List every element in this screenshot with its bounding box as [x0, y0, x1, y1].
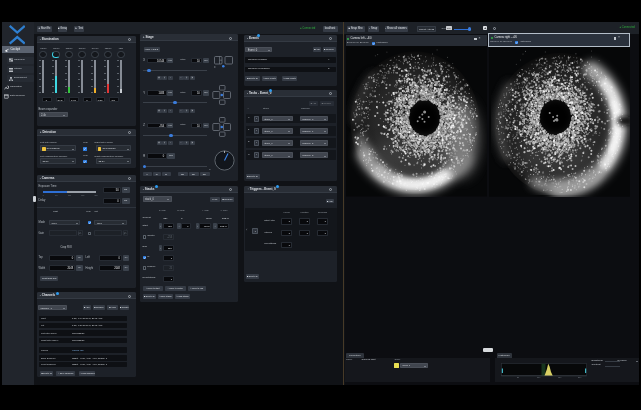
svg-text:50: 50 — [517, 376, 520, 378]
svg-text:150: 150 — [558, 376, 562, 378]
svg-text:200: 200 — [578, 376, 582, 378]
svg-text:100: 100 — [537, 376, 541, 378]
svg-text:x: x — [214, 64, 216, 68]
